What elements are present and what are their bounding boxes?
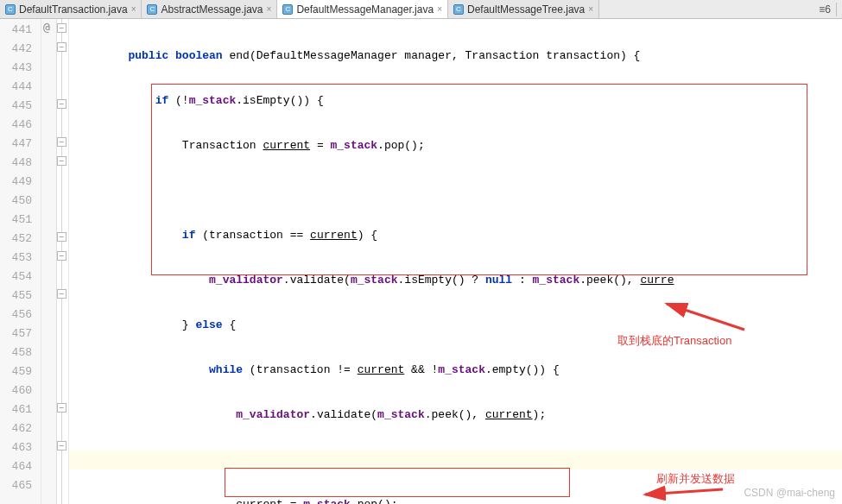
fold-column: − − − − − − − − − − (57, 19, 69, 504)
line-number-gutter: 441 442 443 444 445 446 447 448 449 450 … (0, 19, 41, 504)
line-number: 452 (0, 230, 41, 249)
close-icon[interactable]: × (131, 4, 136, 14)
fold-toggle-icon[interactable]: − (57, 99, 66, 109)
tab-default-message-tree[interactable]: C DefaultMessageTree.java × (448, 0, 599, 18)
tab-label: AbstractMessage.java (161, 3, 263, 16)
watermark: CSDN @mai-cheng (744, 487, 835, 499)
line-number: 462 (0, 419, 41, 438)
line-number: 453 (0, 249, 41, 268)
line-number: 450 (0, 192, 41, 211)
line-number: 451 (0, 211, 41, 230)
svg-line-0 (667, 304, 744, 330)
fold-toggle-icon[interactable]: − (57, 441, 66, 450)
fold-toggle-icon[interactable]: − (57, 251, 66, 261)
fold-toggle-icon[interactable]: − (57, 403, 66, 413)
line-number: 459 (0, 362, 41, 381)
line-number: 454 (0, 268, 41, 287)
tab-overflow-controls[interactable]: ≡6 (815, 0, 842, 18)
line-number: 444 (0, 78, 41, 97)
close-icon[interactable]: × (267, 4, 272, 14)
fold-toggle-icon[interactable]: − (57, 232, 66, 242)
line-number: 463 (0, 438, 41, 457)
view-indicator: ≡6 (819, 3, 831, 16)
line-number: 457 (0, 324, 41, 343)
line-number: 461 (0, 400, 41, 419)
svg-line-1 (645, 489, 723, 495)
tab-default-transaction[interactable]: C DefaultTransaction.java × (0, 0, 142, 18)
tab-default-message-manager[interactable]: C DefaultMessageManager.java × (277, 0, 448, 18)
line-number: 448 (0, 154, 41, 173)
java-class-icon: C (282, 4, 293, 15)
line-number: 455 (0, 287, 41, 306)
tab-label: DefaultMessageManager.java (296, 3, 434, 16)
annotation-box-2 (225, 468, 570, 497)
line-number: 464 (0, 457, 41, 476)
override-marker[interactable]: @ (43, 21, 50, 34)
java-class-icon: C (147, 4, 157, 15)
tab-label: DefaultTransaction.java (19, 3, 128, 16)
tab-label: DefaultMessageTree.java (467, 3, 585, 16)
line-number: 460 (0, 381, 41, 400)
line-number: 446 (0, 116, 41, 135)
line-number: 443 (0, 59, 41, 78)
java-class-icon: C (453, 4, 464, 15)
line-number: 445 (0, 97, 41, 116)
close-icon[interactable]: × (588, 4, 593, 14)
fold-toggle-icon[interactable]: − (57, 23, 66, 33)
annotation-text-1: 取到栈底的Transaction (617, 333, 731, 349)
annotation-box-1 (151, 84, 807, 275)
line-number: 442 (0, 40, 41, 59)
line-number: 458 (0, 343, 41, 362)
fold-toggle-icon[interactable]: − (57, 137, 66, 147)
annotation-text-2: 刷新并发送数据 (656, 471, 735, 487)
editor-area: 441 442 443 444 445 446 447 448 449 450 … (0, 19, 842, 504)
line-number: 441 (0, 21, 41, 40)
fold-toggle-icon[interactable]: − (57, 156, 66, 166)
code-area[interactable]: public boolean end(DefaultMessageManager… (69, 19, 842, 504)
tab-abstract-message[interactable]: C AbstractMessage.java × (142, 0, 277, 18)
marker-column: @ (41, 19, 57, 504)
fold-toggle-icon[interactable]: − (57, 289, 66, 299)
line-number: 465 (0, 476, 41, 495)
line-number: 449 (0, 173, 41, 192)
java-class-icon: C (5, 4, 16, 15)
close-icon[interactable]: × (437, 4, 442, 14)
editor-tabs: C DefaultTransaction.java × C AbstractMe… (0, 0, 842, 19)
line-number: 447 (0, 135, 41, 154)
fold-toggle-icon[interactable]: − (57, 42, 66, 52)
line-number: 456 (0, 306, 41, 324)
